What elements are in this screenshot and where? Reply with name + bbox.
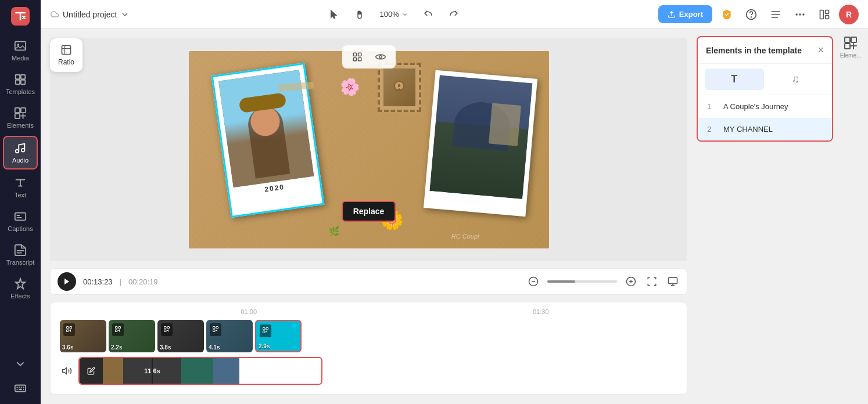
eleme-btn[interactable]: Eleme... [840,36,862,59]
track-segment-3 [181,357,213,385]
sidebar-item-audio[interactable]: Audio [3,136,38,169]
redo-btn[interactable] [443,4,464,25]
stack-btn[interactable] [766,5,785,24]
sidebar-item-captions[interactable]: Captions [3,205,38,237]
svg-rect-4 [21,75,25,79]
sidebar-item-templates[interactable]: Templates [3,68,38,100]
main-area: Untitled project 100% [41,0,868,404]
zoom-in-btn[interactable] [624,275,638,288]
clip-strip: 3.6s 2.2s 3.8s [51,318,687,355]
clip-duration-2: 2.2s [111,344,122,351]
export-button[interactable]: Export [658,5,712,23]
svg-rect-13 [15,385,26,392]
element-label-2: MY CHANNEL [723,125,773,134]
ruler-mark-0: 01:00 [103,308,395,315]
ratio-button[interactable]: Ratio [50,38,83,72]
element-item-2[interactable]: 2 MY CHANNEL [698,118,832,140]
svg-point-16 [796,13,798,15]
svg-rect-23 [353,53,356,56]
tab-text[interactable]: T [705,68,764,90]
sidebar-item-text[interactable]: Text [3,172,38,203]
shield-btn[interactable] [717,5,737,24]
export-icon [668,10,676,19]
svg-rect-31 [669,277,677,284]
timeline-ruler: 01:00 01:30 [51,307,687,318]
sidebar-item-elements[interactable]: Elements [3,102,38,134]
play-button[interactable] [58,272,76,291]
tab-text-icon: T [731,73,737,85]
svg-rect-1 [15,42,26,50]
right-sidebar: Elements in the template × T ♫ [697,29,868,404]
clip-thumb-1[interactable]: 3.6s [60,320,106,352]
ruler-mark-1: 01:30 [395,308,687,315]
timeline-track: 11.6s [78,357,322,385]
chevron-down-icon [120,10,130,19]
sidebar-label-elements: Elements [7,122,34,129]
sidebar-item-transcript[interactable]: Transcript [3,239,38,270]
replace-button[interactable]: Replace [342,201,396,222]
element-item-1[interactable]: 1 A Couple's Journey [698,95,832,118]
clip-eye-icon: 👁 [291,323,298,331]
eye-view-btn[interactable] [372,49,389,65]
volume-icon[interactable] [60,364,74,378]
export-label: Export [679,10,703,19]
svg-point-18 [802,13,804,15]
layout-btn[interactable] [815,5,834,24]
grid-view-btn[interactable] [349,49,365,65]
sidebar-label-templates: Templates [6,88,35,95]
clip-thumb-4[interactable]: 4.1s [206,320,253,352]
svg-rect-32 [67,327,69,329]
app-logo[interactable] [9,5,32,28]
tab-music[interactable]: ♫ [766,68,826,90]
keyboard-btn[interactable] [3,377,38,399]
project-title: Untitled project [63,10,117,19]
zoom-out-btn[interactable] [526,275,540,288]
clip-duration-4: 4.1s [209,344,220,351]
eleme-label: Eleme... [840,52,862,59]
cursor-tool-btn[interactable] [324,4,345,25]
svg-rect-45 [266,328,268,330]
ratio-icon [60,44,72,56]
clip-thumb-2[interactable]: 2.2s [109,320,155,352]
current-time: 00:13:23 [83,277,113,286]
zoom-control[interactable]: 100% [375,8,413,21]
sidebar-collapse-btn[interactable] [3,353,38,375]
more-btn[interactable] [790,5,810,24]
sidebar-item-effects[interactable]: Effects [3,273,38,304]
main-timeline-row: 11.6s [51,355,687,389]
svg-rect-21 [826,15,829,19]
elements-panel-container: Elements in the template × T ♫ [697,36,833,397]
svg-rect-39 [167,327,170,329]
help-btn[interactable] [741,5,761,24]
svg-point-2 [17,44,20,46]
sidebar-item-media[interactable]: Media [3,35,38,66]
fit-screen-btn[interactable] [645,275,659,288]
svg-rect-8 [21,108,26,113]
ratio-label: Ratio [58,58,74,66]
left-sidebar: Media Templates Elements Audio Text Capt… [0,0,41,404]
svg-rect-49 [845,44,850,49]
track-segment-1 [103,357,123,385]
clip-thumb-5[interactable]: 2.9s 👁 [255,320,302,352]
sidebar-label-text: Text [15,192,26,199]
svg-rect-22 [62,46,71,55]
svg-rect-6 [21,80,25,84]
elements-panel-close[interactable]: × [817,44,824,56]
hand-tool-btn[interactable] [349,4,370,25]
cloud-icon [50,10,59,19]
zoom-chevron-icon [401,11,408,18]
user-avatar[interactable]: R [839,5,859,24]
eleme-sidebar: Eleme... [833,29,868,404]
element-label-1: A Couple's Journey [723,102,788,111]
monitor-btn[interactable] [666,275,680,288]
elements-list: 1 A Couple's Journey 2 MY CHANNEL [698,95,832,140]
track-edit-btn[interactable] [80,357,103,385]
sidebar-label-captions: Captions [8,225,33,232]
clip-duration-1: 3.6s [62,344,73,351]
elements-panel-header: Elements in the template × [698,37,832,64]
undo-btn[interactable] [418,4,439,25]
svg-rect-35 [116,327,118,329]
sidebar-label-effects: Effects [10,293,30,300]
clip-thumb-3[interactable]: 3.8s [157,320,204,352]
project-name-container[interactable]: Untitled project [50,10,130,19]
